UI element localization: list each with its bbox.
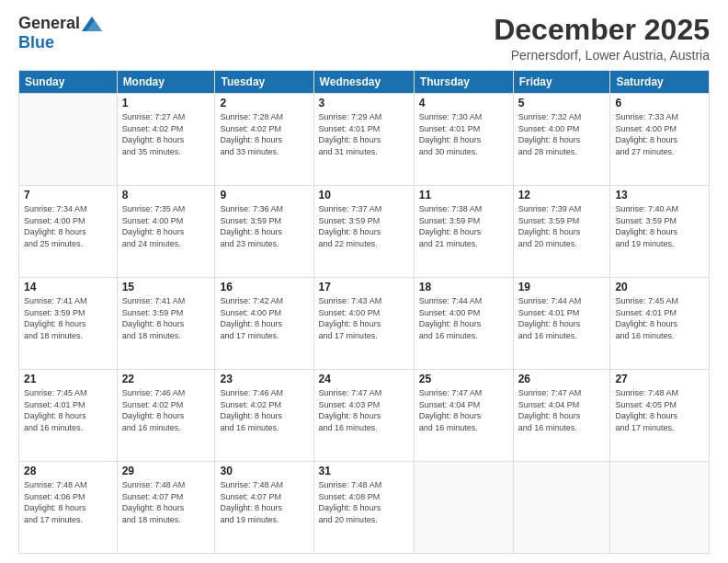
- day-info: Sunrise: 7:47 AMSunset: 4:04 PMDaylight:…: [518, 387, 606, 433]
- day-number: 12: [518, 189, 606, 201]
- day-info: Sunrise: 7:47 AMSunset: 4:04 PMDaylight:…: [419, 387, 508, 433]
- day-number: 24: [319, 373, 409, 385]
- day-info: Sunrise: 7:33 AMSunset: 4:00 PMDaylight:…: [615, 111, 704, 157]
- title-section: December 2025 Pernersdorf, Lower Austria…: [494, 14, 710, 63]
- header-friday: Friday: [513, 71, 610, 94]
- table-row: 31Sunrise: 7:48 AMSunset: 4:08 PMDayligh…: [313, 462, 414, 554]
- table-row: [610, 462, 710, 554]
- table-row: 14Sunrise: 7:41 AMSunset: 3:59 PMDayligh…: [19, 278, 118, 370]
- table-row: 1Sunrise: 7:27 AMSunset: 4:02 PMDaylight…: [117, 94, 215, 186]
- table-row: 3Sunrise: 7:29 AMSunset: 4:01 PMDaylight…: [313, 94, 414, 186]
- day-info: Sunrise: 7:46 AMSunset: 4:02 PMDaylight:…: [122, 387, 210, 433]
- table-row: [414, 462, 513, 554]
- table-row: 17Sunrise: 7:43 AMSunset: 4:00 PMDayligh…: [313, 278, 414, 370]
- day-number: 20: [615, 281, 704, 293]
- day-number: 25: [419, 373, 508, 385]
- table-row: 25Sunrise: 7:47 AMSunset: 4:04 PMDayligh…: [414, 370, 513, 462]
- calendar-header-row: Sunday Monday Tuesday Wednesday Thursday…: [19, 71, 710, 94]
- logo-icon: [82, 17, 102, 31]
- day-number: 15: [122, 281, 210, 293]
- header-sunday: Sunday: [19, 71, 118, 94]
- table-row: 2Sunrise: 7:28 AMSunset: 4:02 PMDaylight…: [215, 94, 313, 186]
- day-info: Sunrise: 7:43 AMSunset: 4:00 PMDaylight:…: [319, 295, 409, 341]
- table-row: 10Sunrise: 7:37 AMSunset: 3:59 PMDayligh…: [313, 186, 414, 278]
- day-info: Sunrise: 7:32 AMSunset: 4:00 PMDaylight:…: [518, 111, 606, 157]
- month-title: December 2025: [494, 14, 710, 46]
- day-number: 5: [518, 97, 606, 109]
- day-number: 23: [220, 373, 308, 385]
- table-row: 12Sunrise: 7:39 AMSunset: 3:59 PMDayligh…: [513, 186, 610, 278]
- day-info: Sunrise: 7:45 AMSunset: 4:01 PMDaylight:…: [615, 295, 704, 341]
- day-info: Sunrise: 7:27 AMSunset: 4:02 PMDaylight:…: [122, 111, 210, 157]
- table-row: 4Sunrise: 7:30 AMSunset: 4:01 PMDaylight…: [414, 94, 513, 186]
- day-info: Sunrise: 7:38 AMSunset: 3:59 PMDaylight:…: [419, 203, 508, 249]
- day-number: 7: [24, 189, 112, 201]
- header-wednesday: Wednesday: [313, 71, 414, 94]
- day-info: Sunrise: 7:41 AMSunset: 3:59 PMDaylight:…: [24, 295, 112, 341]
- day-number: 2: [220, 97, 308, 109]
- day-info: Sunrise: 7:48 AMSunset: 4:07 PMDaylight:…: [220, 479, 308, 525]
- calendar-week-row: 1Sunrise: 7:27 AMSunset: 4:02 PMDaylight…: [19, 94, 710, 186]
- day-info: Sunrise: 7:45 AMSunset: 4:01 PMDaylight:…: [24, 387, 112, 433]
- day-number: 26: [518, 373, 606, 385]
- day-number: 1: [122, 97, 210, 109]
- table-row: 16Sunrise: 7:42 AMSunset: 4:00 PMDayligh…: [215, 278, 313, 370]
- day-info: Sunrise: 7:47 AMSunset: 4:03 PMDaylight:…: [319, 387, 409, 433]
- day-info: Sunrise: 7:44 AMSunset: 4:00 PMDaylight:…: [419, 295, 508, 341]
- header-tuesday: Tuesday: [215, 71, 313, 94]
- day-info: Sunrise: 7:30 AMSunset: 4:01 PMDaylight:…: [419, 111, 508, 157]
- day-info: Sunrise: 7:48 AMSunset: 4:05 PMDaylight:…: [615, 387, 704, 433]
- day-info: Sunrise: 7:48 AMSunset: 4:07 PMDaylight:…: [122, 479, 210, 525]
- table-row: 13Sunrise: 7:40 AMSunset: 3:59 PMDayligh…: [610, 186, 710, 278]
- day-number: 11: [419, 189, 508, 201]
- day-number: 29: [122, 465, 210, 477]
- day-number: 21: [24, 373, 112, 385]
- day-info: Sunrise: 7:42 AMSunset: 4:00 PMDaylight:…: [220, 295, 308, 341]
- day-number: 19: [518, 281, 606, 293]
- day-info: Sunrise: 7:48 AMSunset: 4:08 PMDaylight:…: [319, 479, 409, 525]
- header-thursday: Thursday: [414, 71, 513, 94]
- table-row: 7Sunrise: 7:34 AMSunset: 4:00 PMDaylight…: [19, 186, 118, 278]
- calendar-week-row: 28Sunrise: 7:48 AMSunset: 4:06 PMDayligh…: [19, 462, 710, 554]
- table-row: 29Sunrise: 7:48 AMSunset: 4:07 PMDayligh…: [117, 462, 215, 554]
- day-info: Sunrise: 7:29 AMSunset: 4:01 PMDaylight:…: [319, 111, 409, 157]
- day-number: 9: [220, 189, 308, 201]
- day-number: 30: [220, 465, 308, 477]
- day-number: 16: [220, 281, 308, 293]
- header-monday: Monday: [117, 71, 215, 94]
- table-row: [513, 462, 610, 554]
- day-number: 28: [24, 465, 112, 477]
- day-number: 17: [319, 281, 409, 293]
- table-row: 8Sunrise: 7:35 AMSunset: 4:00 PMDaylight…: [117, 186, 215, 278]
- day-number: 10: [319, 189, 409, 201]
- header-saturday: Saturday: [610, 71, 710, 94]
- calendar-week-row: 21Sunrise: 7:45 AMSunset: 4:01 PMDayligh…: [19, 370, 710, 462]
- logo-general-text: General: [18, 14, 80, 33]
- table-row: 22Sunrise: 7:46 AMSunset: 4:02 PMDayligh…: [117, 370, 215, 462]
- table-row: 6Sunrise: 7:33 AMSunset: 4:00 PMDaylight…: [610, 94, 710, 186]
- table-row: 27Sunrise: 7:48 AMSunset: 4:05 PMDayligh…: [610, 370, 710, 462]
- day-info: Sunrise: 7:46 AMSunset: 4:02 PMDaylight:…: [220, 387, 308, 433]
- table-row: 19Sunrise: 7:44 AMSunset: 4:01 PMDayligh…: [513, 278, 610, 370]
- day-info: Sunrise: 7:28 AMSunset: 4:02 PMDaylight:…: [220, 111, 308, 157]
- day-info: Sunrise: 7:35 AMSunset: 4:00 PMDaylight:…: [122, 203, 210, 249]
- day-info: Sunrise: 7:44 AMSunset: 4:01 PMDaylight:…: [518, 295, 606, 341]
- table-row: 11Sunrise: 7:38 AMSunset: 3:59 PMDayligh…: [414, 186, 513, 278]
- day-number: 3: [319, 97, 409, 109]
- table-row: [19, 94, 118, 186]
- table-row: 9Sunrise: 7:36 AMSunset: 3:59 PMDaylight…: [215, 186, 313, 278]
- calendar-week-row: 7Sunrise: 7:34 AMSunset: 4:00 PMDaylight…: [19, 186, 710, 278]
- day-info: Sunrise: 7:40 AMSunset: 3:59 PMDaylight:…: [615, 203, 704, 249]
- logo: General Blue: [18, 14, 102, 52]
- location-title: Pernersdorf, Lower Austria, Austria: [494, 48, 710, 63]
- calendar-table: Sunday Monday Tuesday Wednesday Thursday…: [18, 70, 710, 554]
- day-number: 4: [419, 97, 508, 109]
- day-number: 14: [24, 281, 112, 293]
- day-info: Sunrise: 7:41 AMSunset: 3:59 PMDaylight:…: [122, 295, 210, 341]
- day-number: 27: [615, 373, 704, 385]
- table-row: 5Sunrise: 7:32 AMSunset: 4:00 PMDaylight…: [513, 94, 610, 186]
- day-info: Sunrise: 7:36 AMSunset: 3:59 PMDaylight:…: [220, 203, 308, 249]
- table-row: 24Sunrise: 7:47 AMSunset: 4:03 PMDayligh…: [313, 370, 414, 462]
- table-row: 23Sunrise: 7:46 AMSunset: 4:02 PMDayligh…: [215, 370, 313, 462]
- logo-blue-text: Blue: [18, 33, 54, 52]
